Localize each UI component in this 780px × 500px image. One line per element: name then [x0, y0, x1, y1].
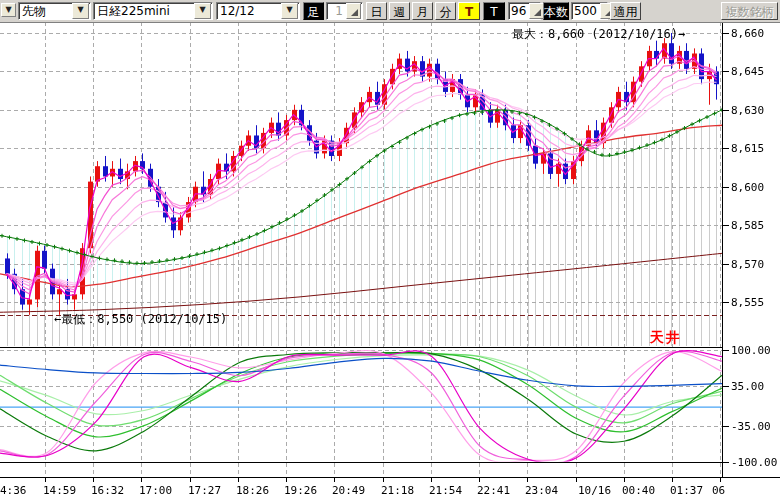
price-axis-label: 8,615	[731, 142, 764, 155]
count-stepper[interactable]: 500	[571, 2, 608, 20]
osc-axis-label: 35.00	[731, 380, 764, 393]
chevron-down-icon[interactable]: ▼	[72, 3, 89, 19]
time-axis-label: 14:59	[43, 484, 76, 497]
price-axis-label: 8,660	[731, 27, 764, 40]
tick-button-active[interactable]: T	[458, 2, 480, 20]
bars-value: 96	[509, 3, 528, 19]
osc-axis-label: -35.00	[731, 420, 771, 433]
price-axis-label: 8,570	[731, 258, 764, 271]
price-axis-label: 8,630	[731, 104, 764, 117]
ceiling-signal-label: 天井	[650, 329, 682, 347]
time-axis-label: 06	[712, 484, 725, 497]
time-axis-label: 21:54	[429, 484, 462, 497]
osc-axis-label: 100.00	[731, 344, 771, 357]
chart-canvas[interactable]	[0, 0, 780, 500]
interval-stepper[interactable]: 1	[326, 2, 363, 20]
contract-select[interactable]: 12/12 ▼	[216, 2, 300, 20]
time-axis-label: 17:27	[188, 484, 221, 497]
price-axis-label: 8,645	[731, 65, 764, 78]
time-axis-label: 18:26	[236, 484, 269, 497]
trading-chart-app: ▼ 先物 ▼ 日経225mini ▼ 12/12 ▼ 足 1 日 週 月 分 T…	[0, 0, 780, 500]
chevron-down-icon[interactable]: ▼	[281, 3, 298, 19]
price-axis-label: 8,555	[731, 296, 764, 309]
time-axis-label: 16:32	[91, 484, 124, 497]
count-value: 500	[572, 3, 599, 19]
osc-axis-label: -100.00	[731, 456, 777, 469]
contract-select-value: 12/12	[217, 3, 280, 19]
time-axis-label: 01:37	[670, 484, 703, 497]
time-axis-label: 00:40	[622, 484, 655, 497]
symbol-select[interactable]: 日経225mini ▼	[93, 2, 213, 20]
interval-value: 1	[327, 3, 345, 19]
price-axis-label: 8,600	[731, 181, 764, 194]
apply-button[interactable]: 適用	[610, 2, 641, 20]
ashi-button[interactable]: 足	[303, 2, 324, 20]
tick-button[interactable]: T	[483, 2, 505, 20]
time-axis-label: 19:26	[284, 484, 317, 497]
minute-button[interactable]: 分	[435, 2, 456, 20]
time-axis-label: 23:04	[525, 484, 558, 497]
bars-count-button[interactable]: 本数	[543, 2, 569, 20]
leftmost-dropdown-button[interactable]: ▼	[1, 3, 16, 17]
time-axis-label: 21:18	[381, 484, 414, 497]
chevron-down-icon[interactable]: ▼	[194, 3, 211, 19]
symbol-select-value: 日経225mini	[94, 3, 193, 19]
time-axis-label: 22:41	[477, 484, 510, 497]
market-select-value: 先物	[19, 3, 71, 19]
time-axis-label: 10/16	[578, 484, 611, 497]
max-price-annotation: 最大：8,660 (2012/10/16)→	[512, 26, 685, 43]
price-axis-label: 8,585	[731, 219, 764, 232]
min-price-annotation: ←最低：8,550 (2012/10/15)	[54, 311, 227, 328]
week-button[interactable]: 週	[389, 2, 410, 20]
time-axis-label: 17:00	[139, 484, 172, 497]
month-button[interactable]: 月	[412, 2, 433, 20]
day-button[interactable]: 日	[366, 2, 387, 20]
multi-symbol-button[interactable]: 複数銘柄	[721, 2, 778, 20]
market-select[interactable]: 先物 ▼	[18, 2, 91, 20]
toolbar: ▼ 先物 ▼ 日経225mini ▼ 12/12 ▼ 足 1 日 週 月 分 T…	[0, 0, 780, 23]
time-axis-label: 20:49	[332, 484, 365, 497]
spinner-icon[interactable]	[346, 3, 361, 19]
bars-stepper[interactable]: 96	[508, 2, 541, 20]
time-axis-label: 4:36	[0, 484, 27, 497]
